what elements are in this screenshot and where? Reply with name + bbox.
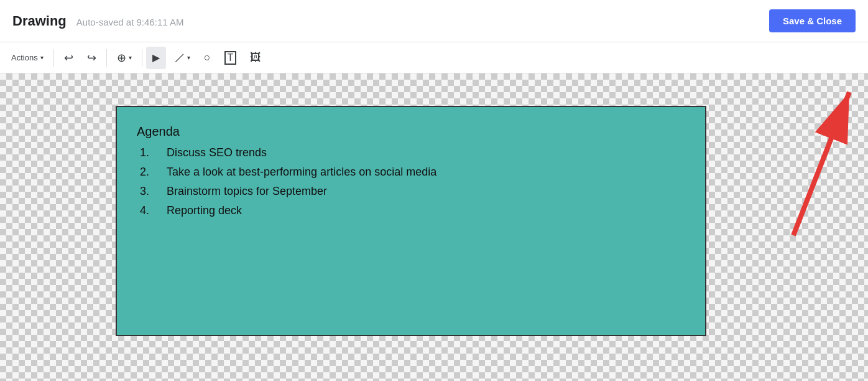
shape-icon: ○ [204, 51, 211, 64]
item-text-4: Reporting deck [167, 204, 242, 217]
line-icon: — [170, 49, 188, 67]
undo-icon: ↩ [64, 51, 73, 65]
text-icon: T [224, 51, 237, 65]
list-item: 2. Take a look at best-performing articl… [137, 166, 685, 179]
canvas-area[interactable]: Agenda 1. Discuss SEO trends 2. Take a l… [0, 73, 868, 381]
item-num-2: 2. [137, 166, 149, 179]
zoom-chevron-icon: ▾ [129, 54, 132, 61]
title-bar: Drawing Auto-saved at 9:46:11 AM Save & … [0, 0, 868, 42]
actions-label: Actions [11, 53, 38, 62]
redo-icon: ↪ [87, 51, 96, 65]
item-text-2: Take a look at best-performing articles … [167, 166, 436, 179]
item-text-3: Brainstorm topics for September [167, 185, 327, 198]
item-num-1: 1. [137, 146, 149, 159]
actions-menu-button[interactable]: Actions ▾ [5, 47, 50, 69]
divider-2 [106, 49, 107, 67]
actions-chevron-icon: ▾ [40, 54, 44, 61]
line-button[interactable]: — ▾ [167, 47, 196, 69]
toolbar: Actions ▾ ↩ ↪ ⊕ ▾ ▶ — ▾ ○ T 🖼 [0, 42, 868, 73]
drawing-box[interactable]: Agenda 1. Discuss SEO trends 2. Take a l… [116, 106, 706, 336]
image-icon: 🖼 [250, 51, 261, 64]
drawing-content: Agenda 1. Discuss SEO trends 2. Take a l… [117, 107, 705, 241]
save-close-button[interactable]: Save & Close [769, 9, 856, 32]
text-button[interactable]: T [218, 47, 243, 69]
list-item: 1. Discuss SEO trends [137, 146, 685, 159]
divider-3 [142, 49, 142, 67]
image-button[interactable]: 🖼 [244, 47, 267, 69]
undo-button[interactable]: ↩ [58, 47, 80, 69]
agenda-list: 1. Discuss SEO trends 2. Take a look at … [137, 146, 685, 217]
list-item: 4. Reporting deck [137, 204, 685, 217]
title-left: Drawing Auto-saved at 9:46:11 AM [12, 13, 183, 29]
item-text-1: Discuss SEO trends [167, 146, 267, 159]
autosave-status: Auto-saved at 9:46:11 AM [76, 17, 184, 27]
app-title: Drawing [12, 13, 67, 29]
select-icon: ▶ [152, 52, 160, 64]
divider-1 [53, 49, 54, 67]
zoom-button[interactable]: ⊕ ▾ [111, 47, 138, 69]
agenda-title: Agenda [137, 125, 685, 139]
select-button[interactable]: ▶ [146, 47, 166, 69]
zoom-icon: ⊕ [117, 51, 126, 65]
list-item: 3. Brainstorm topics for September [137, 185, 685, 198]
item-num-4: 4. [137, 204, 149, 217]
redo-button[interactable]: ↪ [81, 47, 103, 69]
item-num-3: 3. [137, 185, 149, 198]
shape-button[interactable]: ○ [198, 47, 217, 69]
